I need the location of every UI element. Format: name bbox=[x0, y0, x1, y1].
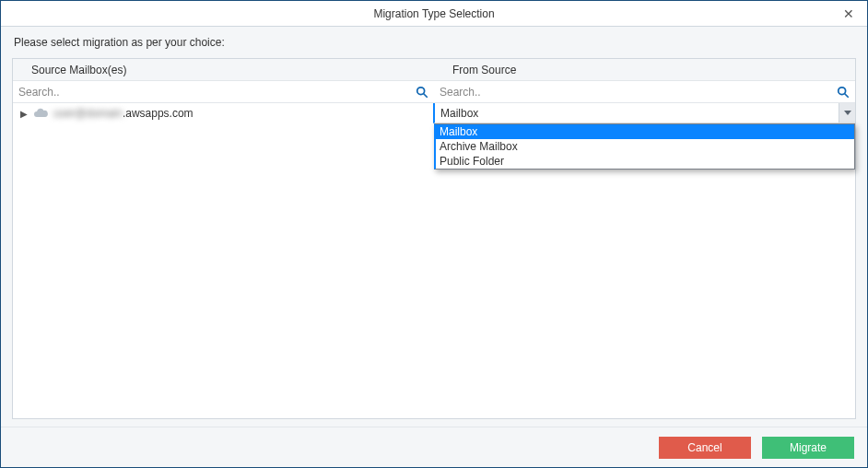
dropdown-option-public-folder[interactable]: Public Folder bbox=[436, 154, 854, 169]
mailbox-tree-item[interactable]: ▶ user@domain.awsapps.com bbox=[13, 103, 434, 123]
dialog-footer: Cancel Migrate bbox=[1, 427, 867, 467]
dialog-window: Migration Type Selection ✕ Please select… bbox=[0, 0, 868, 468]
close-icon: ✕ bbox=[843, 6, 854, 21]
from-source-column: From Source Mailbox bbox=[434, 59, 855, 418]
dropdown-option-mailbox[interactable]: Mailbox bbox=[436, 124, 854, 139]
from-source-search-row bbox=[434, 81, 855, 103]
source-search-input[interactable] bbox=[17, 86, 414, 99]
combobox-selected-value: Mailbox bbox=[435, 103, 839, 123]
cancel-button[interactable]: Cancel bbox=[659, 437, 751, 459]
dialog-title: Migration Type Selection bbox=[373, 7, 494, 20]
instruction-text: Please select migration as per your choi… bbox=[1, 27, 867, 54]
cloud-icon bbox=[33, 108, 48, 119]
migrate-button[interactable]: Migrate bbox=[762, 437, 854, 459]
mailbox-address: user@domain.awsapps.com bbox=[53, 107, 194, 120]
search-icon[interactable] bbox=[835, 84, 851, 100]
source-type-dropdown-list: Mailbox Archive Mailbox Public Folder bbox=[434, 123, 855, 170]
content-panel: Source Mailbox(es) ▶ user@domain.awsapps… bbox=[12, 58, 856, 419]
dropdown-option-archive-mailbox[interactable]: Archive Mailbox bbox=[436, 139, 854, 154]
source-search-row bbox=[13, 81, 434, 103]
from-source-search-input[interactable] bbox=[438, 86, 835, 99]
from-source-header: From Source bbox=[434, 59, 855, 81]
mailbox-address-suffix: .awsapps.com bbox=[123, 107, 194, 120]
source-mailboxes-column: Source Mailbox(es) ▶ user@domain.awsapps… bbox=[13, 59, 434, 418]
close-button[interactable]: ✕ bbox=[836, 5, 862, 23]
chevron-down-icon bbox=[844, 111, 851, 116]
svg-line-3 bbox=[845, 93, 849, 97]
source-type-combobox[interactable]: Mailbox bbox=[433, 103, 855, 123]
expand-icon[interactable]: ▶ bbox=[20, 109, 28, 119]
title-bar: Migration Type Selection ✕ bbox=[1, 1, 867, 27]
combobox-dropdown-button[interactable] bbox=[839, 103, 855, 123]
svg-line-1 bbox=[424, 93, 428, 97]
source-mailboxes-header: Source Mailbox(es) bbox=[13, 59, 434, 81]
mailbox-address-obscured: user@domain bbox=[53, 107, 123, 120]
search-icon[interactable] bbox=[414, 84, 430, 100]
